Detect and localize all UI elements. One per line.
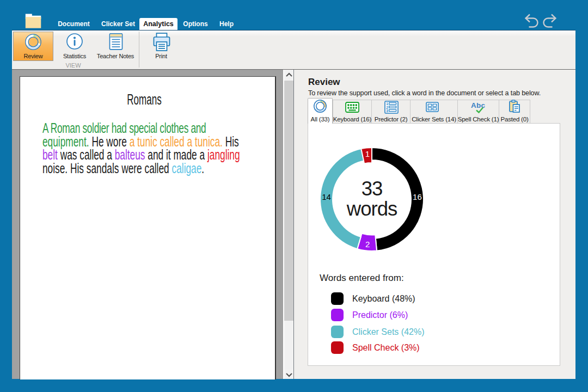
svg-text:2: 2: [365, 240, 370, 249]
svg-text:3: 3: [386, 109, 388, 113]
svg-text:16: 16: [413, 192, 422, 201]
svg-text:33: 33: [362, 177, 383, 200]
svg-text:words: words: [346, 198, 397, 220]
svg-text:14: 14: [322, 192, 331, 201]
svg-text:1: 1: [365, 149, 370, 158]
